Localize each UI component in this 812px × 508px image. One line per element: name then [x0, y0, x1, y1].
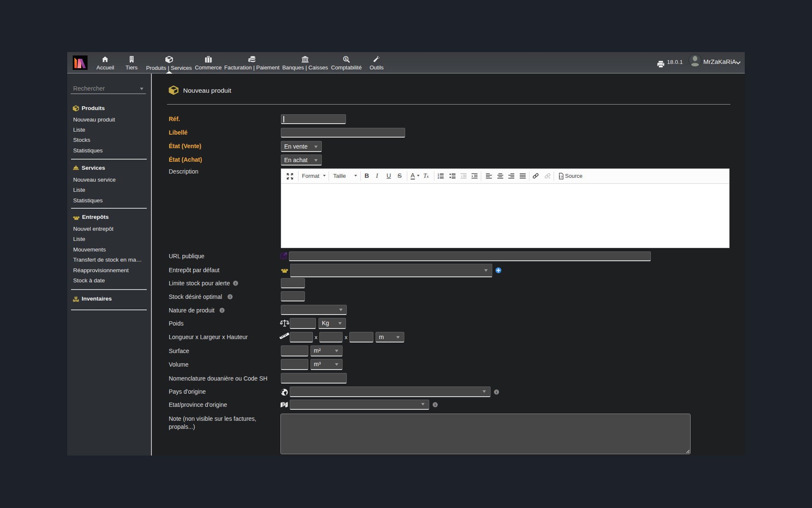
svg-text:2: 2: [438, 176, 439, 179]
svg-text:1: 1: [438, 173, 439, 176]
svg-text:$: $: [345, 57, 347, 61]
